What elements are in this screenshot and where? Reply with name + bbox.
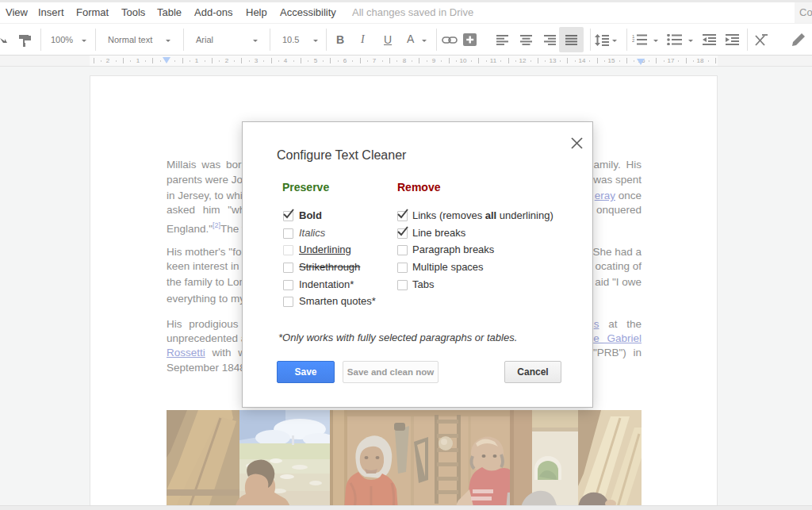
svg-text:2: 2 xyxy=(632,38,635,43)
